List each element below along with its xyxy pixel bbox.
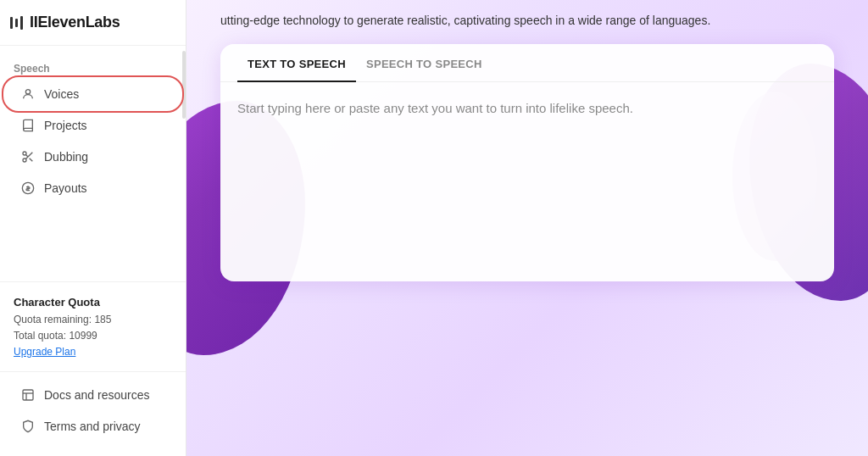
person-icon <box>20 86 36 102</box>
sidebar-item-payouts[interactable]: Payouts <box>7 173 179 203</box>
sidebar-item-voices[interactable]: Voices <box>7 79 179 109</box>
speech-card: TEXT TO SPEECH SPEECH TO SPEECH Start ty… <box>220 44 834 281</box>
book-icon <box>20 118 36 133</box>
character-quota-section: Character Quota Quota remaining: 185 Tot… <box>0 281 186 371</box>
card-content-area[interactable]: Start typing here or paste any text you … <box>220 82 834 136</box>
page-description: utting-edge technology to generate reali… <box>186 0 868 27</box>
upgrade-plan-link[interactable]: Upgrade Plan <box>14 346 172 358</box>
sidebar: IIElevenLabs Speech Voices Projects <box>0 0 186 456</box>
sidebar-item-payouts-label: Payouts <box>44 181 87 195</box>
sidebar-nav: Speech Voices Projects <box>0 46 186 281</box>
quota-remaining: Quota remaining: 185 <box>14 312 172 328</box>
sidebar-item-terms[interactable]: Terms and privacy <box>7 411 179 442</box>
svg-line-4 <box>30 158 33 162</box>
docs-icon <box>20 387 36 403</box>
sidebar-item-dubbing-label: Dubbing <box>44 150 88 164</box>
quota-title: Character Quota <box>14 296 172 309</box>
sidebar-header: IIElevenLabs <box>0 0 186 46</box>
sidebar-item-voices-label: Voices <box>44 87 79 101</box>
svg-point-1 <box>23 152 26 155</box>
logo-icon <box>10 16 23 30</box>
svg-point-0 <box>25 90 30 94</box>
scissors-icon <box>20 149 36 164</box>
card-tabs: TEXT TO SPEECH SPEECH TO SPEECH <box>220 44 834 82</box>
text-input-placeholder[interactable]: Start typing here or paste any text you … <box>237 99 817 119</box>
svg-line-5 <box>25 154 28 157</box>
circle-dollar-icon <box>20 181 36 196</box>
quota-total: Total quota: 10999 <box>14 328 172 344</box>
tab-speech-to-speech[interactable]: SPEECH TO SPEECH <box>356 44 492 82</box>
sidebar-footer: Docs and resources Terms and privacy <box>0 371 186 456</box>
sidebar-item-docs-label: Docs and resources <box>44 388 150 402</box>
sidebar-item-projects[interactable]: Projects <box>7 110 179 141</box>
svg-rect-8 <box>23 390 33 400</box>
sidebar-item-terms-label: Terms and privacy <box>44 420 141 433</box>
tab-text-to-speech[interactable]: TEXT TO SPEECH <box>237 44 356 82</box>
sidebar-item-dubbing[interactable]: Dubbing <box>7 142 179 172</box>
shield-icon <box>20 419 36 434</box>
brand-name: IIElevenLabs <box>30 14 120 31</box>
svg-point-2 <box>23 158 26 162</box>
sidebar-item-projects-label: Projects <box>44 119 87 132</box>
nav-section-speech: Speech <box>0 56 186 78</box>
page-description-text: utting-edge technology to generate reali… <box>220 14 710 27</box>
sidebar-item-docs[interactable]: Docs and resources <box>7 380 179 410</box>
main-content: utting-edge technology to generate reali… <box>186 0 868 456</box>
sidebar-scrollbar[interactable] <box>182 51 186 119</box>
